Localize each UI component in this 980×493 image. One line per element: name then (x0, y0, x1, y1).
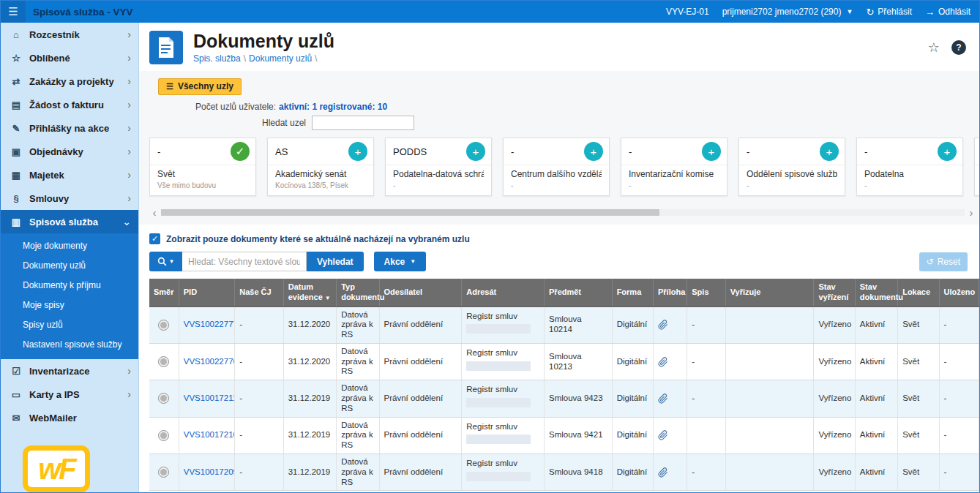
add-icon[interactable]: + (702, 142, 721, 161)
scrollbar-track[interactable] (161, 209, 965, 216)
node-card-centrum[interactable]: -+ Centrum dalšího vzdělávání- (503, 138, 610, 196)
pid-link[interactable]: VVS10017210... (184, 430, 235, 439)
submenu-item-nastaveni[interactable]: Nastavení spisové služby (1, 334, 138, 354)
search-column-selector-button[interactable]: ▼ (149, 252, 182, 271)
node-card-podds[interactable]: PODDS+ Podatelna-datová schránka- (385, 138, 492, 196)
row-select-radio[interactable] (158, 320, 169, 331)
scroll-right-icon[interactable]: › (966, 206, 976, 219)
cell-pid: VVS10022777... (179, 306, 235, 343)
hamburger-menu-button[interactable]: ☰ (1, 1, 26, 23)
node-card-pravni-oddeleni[interactable]: -+ Právní oddělení- (974, 138, 979, 196)
col-odesilatel[interactable]: Odesílatel (379, 279, 462, 306)
cell-typ: Datová zpráva k RS (337, 306, 379, 343)
col-nase-cj[interactable]: Naše ČJ (235, 279, 283, 306)
node-card-as[interactable]: AS+ Akademický senátKocínova 138/5, Píse… (267, 138, 374, 196)
col-datum-evidence[interactable]: Datum evidence▼ (283, 279, 336, 306)
relogin-button[interactable]: ↻ Přehlásit (866, 7, 912, 18)
col-stav-vyrizeni[interactable]: Stav vyřízení (814, 279, 855, 306)
cell-typ: Datová zpráva k RS (337, 380, 379, 417)
all-nodes-button[interactable]: ☰ Všechny uzly (158, 78, 242, 95)
col-vyrizuje[interactable]: Vyřizuje (725, 279, 814, 306)
node-card-svet[interactable]: -✓ SvětVše mimo budovu (149, 138, 256, 196)
col-spis[interactable]: Spis (687, 279, 725, 306)
table-search-input[interactable] (182, 252, 307, 271)
sidebar-item-webmailer[interactable]: ✉WebMailer (1, 406, 138, 429)
col-stav-dokumentu[interactable]: Stav dokumentu (855, 279, 897, 306)
breadcrumb-link-spis-sluzba[interactable]: Spis. služba (193, 53, 241, 64)
cell-stav-dokumentu: Aktivní (855, 306, 897, 343)
node-card-oddeleni-spisove-sluzby[interactable]: -+ Oddělení spisové služby- (738, 138, 845, 196)
sidebar-item-zadost-o-fakturu[interactable]: ▤Žádost o fakturu› (1, 93, 138, 116)
favorite-star-icon[interactable]: ☆ (928, 39, 940, 56)
submenu-item-moje-spisy[interactable]: Moje spisy (1, 295, 138, 315)
pid-link[interactable]: VVS10017211... (184, 394, 235, 402)
orders-icon: ▣ (10, 146, 22, 157)
search-button[interactable]: Vyhledat (307, 252, 364, 271)
node-search-input[interactable] (312, 116, 414, 130)
col-forma[interactable]: Forma (612, 279, 653, 306)
pid-link[interactable]: VVS10017209... (184, 467, 235, 476)
sidebar-item-objednavky[interactable]: ▣Objednávky› (1, 140, 138, 163)
add-icon[interactable]: + (348, 142, 367, 161)
paperclip-icon[interactable] (658, 430, 682, 440)
cell-lokace: Svět (898, 306, 939, 343)
row-select-radio[interactable] (158, 467, 169, 478)
check-icon[interactable]: ✓ (231, 142, 250, 161)
cell-ulozeno: - (939, 343, 979, 380)
breadcrumb-link-dokumenty-uzlu[interactable]: Dokumenty uzlů (249, 53, 312, 64)
table-row[interactable]: VVS10022777... - 31.12.2020 Datová zpráv… (149, 306, 979, 343)
add-icon[interactable]: + (584, 142, 603, 161)
logout-button[interactable]: → Odhlásit (925, 7, 970, 18)
sidebar-item-karty-a-ips[interactable]: ▭Karty a IPS› (1, 383, 138, 406)
table-row[interactable]: VVS10022776... - 31.12.2020 Datová zpráv… (149, 343, 979, 380)
help-icon[interactable]: ? (951, 40, 966, 55)
col-lokace[interactable]: Lokace (898, 279, 939, 306)
paperclip-icon[interactable] (658, 357, 682, 367)
chevron-right-icon: › (127, 169, 131, 181)
node-card-inventarizacni-komise[interactable]: -+ Inventarizační komise- (621, 138, 727, 196)
col-adresat[interactable]: Adresát (462, 279, 545, 306)
user-menu[interactable]: prijmeni2702 jmeno2702 (290) ▼ (722, 7, 853, 17)
paperclip-icon[interactable] (658, 394, 682, 404)
add-icon[interactable]: + (938, 142, 957, 161)
col-priloha[interactable]: Příloha (653, 279, 687, 306)
table-row[interactable]: VVS10017211... - 31.12.2019 Datová zpráv… (149, 380, 979, 417)
sidebar-item-majetek[interactable]: ▦Majetek› (1, 163, 138, 187)
reset-button[interactable]: ↺ Reset (919, 252, 968, 271)
add-icon[interactable]: + (820, 142, 839, 161)
paperclip-icon[interactable] (658, 320, 682, 330)
records-icon: ▥ (10, 217, 22, 227)
actions-button[interactable]: Akce ▼ (374, 252, 427, 271)
col-typ-dokumentu[interactable]: Typ dokumentu (337, 279, 379, 306)
pid-link[interactable]: VVS10022777... (184, 320, 235, 328)
col-smer[interactable]: Směr (149, 279, 179, 306)
table-row[interactable]: VVS10017209... - 31.12.2019 Datová zpráv… (149, 454, 979, 491)
col-ulozeno[interactable]: Uloženo (939, 279, 979, 306)
col-predmet[interactable]: Předmět (545, 279, 613, 306)
sidebar-item-rozcestnik[interactable]: ⌂Rozcestník› (1, 23, 138, 46)
col-pid[interactable]: PID (179, 279, 235, 306)
table-row[interactable]: VVS10017210... - 31.12.2019 Datová zpráv… (149, 417, 979, 454)
add-icon[interactable]: + (466, 142, 485, 161)
node-card-podatelna[interactable]: -+ Podatelna- (856, 138, 963, 196)
sidebar-item-smlouvy[interactable]: §Smlouvy› (1, 187, 138, 210)
sidebar-item-spisova-sluzba[interactable]: ▥Spisová služba⌄ (1, 210, 138, 233)
filter-checkbox[interactable]: ✓ (149, 233, 160, 244)
sidebar-item-inventarizace[interactable]: ☑Inventarizace› (1, 359, 138, 383)
row-select-radio[interactable] (158, 393, 169, 404)
scroll-left-icon[interactable]: ‹ (149, 206, 160, 219)
sidebar-item-zakazky[interactable]: ⇄Zakázky a projekty› (1, 69, 138, 93)
scrollbar-thumb[interactable] (161, 209, 659, 216)
paperclip-icon[interactable] (658, 467, 682, 478)
submenu-item-moje-dokumenty[interactable]: Moje dokumenty (1, 236, 138, 255)
submenu-item-dokumenty-uzlu[interactable]: Dokumenty uzlů (1, 255, 138, 275)
sidebar-item-prihlasky[interactable]: ✎Přihlášky na akce› (1, 116, 138, 140)
row-select-radio[interactable] (158, 356, 169, 367)
cell-ulozeno: - (939, 380, 979, 417)
sidebar-item-oblibene[interactable]: ☆Oblíbené› (1, 46, 138, 69)
pid-link[interactable]: VVS10022776... (184, 357, 235, 366)
row-select-radio[interactable] (158, 430, 169, 441)
submenu-item-spisy-uzlu[interactable]: Spisy uzlů (1, 315, 138, 334)
cell-ulozeno: - (939, 417, 979, 454)
submenu-item-dokumenty-k-prijmu[interactable]: Dokumenty k příjmu (1, 275, 138, 295)
